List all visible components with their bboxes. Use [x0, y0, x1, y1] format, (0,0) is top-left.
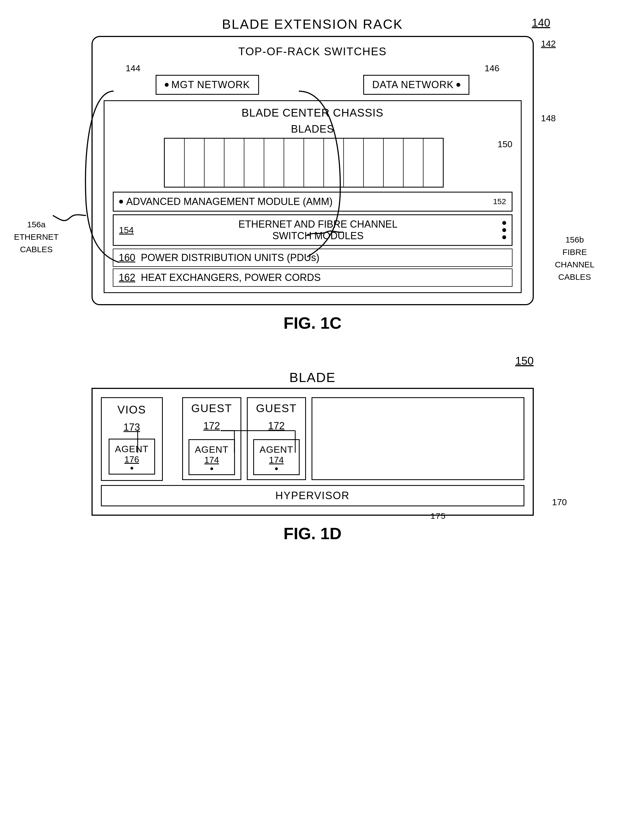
agent-174-ref-1: 174: [195, 455, 229, 465]
switch-dot-1: [502, 221, 506, 225]
pdu-row: 160 POWER DISTRIBUTION UNITS (PDUs): [113, 249, 513, 267]
blade-extension-rack: TOP-OF-RACK SWITCHES 144 146 MGT NETWORK…: [92, 36, 534, 305]
fig1c-label: FIG. 1C: [92, 313, 534, 333]
vios-label: VIOS: [118, 404, 146, 416]
ref-142: 142: [541, 39, 556, 49]
fig1d-wrapper: 150 BLADE VIOS 173 AGENT 176: [92, 355, 534, 543]
agent-174-box-1: AGENT 174: [188, 439, 235, 475]
tor-switches-row: MGT NETWORK DATA NETWORK: [104, 75, 522, 95]
agent-176-dot: [131, 467, 133, 470]
data-network-label: DATA NETWORK: [372, 79, 454, 91]
fig1c-main-title: BLADE EXTENSION RACK: [92, 17, 534, 32]
agent-174-ref-2: 174: [260, 455, 293, 465]
ref-152: 152: [493, 197, 506, 206]
switch-dot-2: [502, 228, 506, 232]
mgt-dot: [165, 83, 169, 87]
vios-box: VIOS 173 AGENT 176: [101, 397, 163, 481]
ref-150-blade: 150: [498, 139, 512, 149]
tor-ref-row: 144 146: [104, 63, 522, 73]
ref-146: 146: [485, 63, 499, 73]
ref-170: 170: [552, 497, 567, 507]
ref-144: 144: [126, 63, 140, 73]
blade-col-6: [264, 139, 284, 187]
agent-174-dot-1: [210, 467, 213, 470]
fig1d-label: FIG. 1D: [92, 524, 534, 543]
blade-col-5: [244, 139, 264, 187]
guest-2-ref: 172: [268, 420, 285, 432]
ref-154: 154: [119, 225, 134, 236]
amm-label: ADVANCED MANAGEMENT MODULE (AMM): [126, 196, 333, 208]
hypervisor-label: HYPERVISOR: [275, 490, 350, 501]
data-network-box: DATA NETWORK: [363, 75, 470, 95]
blade-col-7: [284, 139, 304, 187]
blade-diagram-title: BLADE: [92, 370, 534, 385]
guest-2-box: GUEST 172 AGENT 174: [247, 397, 306, 480]
agent-174-box-2: AGENT 174: [253, 439, 300, 475]
blades-section: BLADES: [113, 123, 513, 188]
tor-section: TOP-OF-RACK SWITCHES 144 146 MGT NETWORK…: [104, 45, 522, 95]
switch-modules-dots: [502, 221, 506, 239]
amm-dot: [119, 200, 123, 204]
blades-label: BLADES: [113, 123, 513, 135]
blade-outer-box: VIOS 173 AGENT 176 GUEST: [92, 388, 534, 516]
fig1c-wrapper: BLADE EXTENSION RACK 140 TOP-OF-RACK SWI…: [92, 17, 534, 333]
agent-174-dot-2: [275, 467, 278, 470]
ref-175: 175: [431, 511, 446, 521]
mgt-network-label: MGT NETWORK: [171, 79, 250, 91]
ref-150-top: 150: [515, 355, 534, 367]
blade-col-13: [404, 139, 423, 187]
blade-components-row: VIOS 173 AGENT 176 GUEST: [101, 397, 524, 484]
blades-grid: [164, 138, 444, 188]
blade-col-8: [304, 139, 324, 187]
blade-col-14: [423, 139, 443, 187]
ref-148: 148: [541, 113, 556, 124]
agent-176-box: AGENT 176: [109, 439, 155, 474]
ethernet-cables-label: 156a ETHERNET CABLES: [14, 218, 59, 256]
guest-2-label: GUEST: [256, 402, 297, 415]
blade-center-chassis: BLADE CENTER CHASSIS BLADES: [104, 100, 522, 293]
switch-modules-text: ETHERNET AND FIBRE CHANNEL SWITCH MODULE…: [134, 219, 502, 242]
ref-140: 140: [532, 17, 550, 29]
heat-label: HEAT EXCHANGERS, POWER CORDS: [141, 272, 321, 284]
guest-1-label: GUEST: [191, 402, 232, 415]
pdu-label: POWER DISTRIBUTION UNITS (PDUs): [141, 252, 320, 263]
blade-col-10: [344, 139, 364, 187]
ref-162: 162: [119, 272, 135, 284]
agent-176-label: AGENT: [115, 443, 149, 454]
agent-174-label-1: AGENT: [195, 444, 229, 455]
blade-col-9: [324, 139, 344, 187]
data-dot: [456, 83, 460, 87]
ref-160: 160: [119, 252, 135, 263]
main-container: BLADE EXTENSION RACK 140 TOP-OF-RACK SWI…: [22, 17, 603, 543]
fibre-cables-label: 156b FIBRE CHANNEL CABLES: [555, 233, 594, 283]
blade-col-12: [384, 139, 404, 187]
guest-1-box: GUEST 172 AGENT 174: [182, 397, 241, 480]
blade-col-4: [224, 139, 244, 187]
agent-176-ref: 176: [115, 454, 149, 465]
mgt-network-box: MGT NETWORK: [155, 75, 259, 95]
tor-label: TOP-OF-RACK SWITCHES: [104, 45, 522, 58]
hypervisor-bar: HYPERVISOR 175: [101, 485, 524, 506]
amm-row: ADVANCED MANAGEMENT MODULE (AMM) 152: [113, 192, 513, 212]
blade-col-2: [185, 139, 205, 187]
switch-modules-row: 154 ETHERNET AND FIBRE CHANNEL SWITCH MO…: [113, 214, 513, 246]
agent-174-label-2: AGENT: [260, 444, 293, 455]
chassis-title: BLADE CENTER CHASSIS: [113, 107, 513, 119]
guest-1-ref: 172: [204, 420, 220, 432]
empty-box: [311, 397, 524, 480]
blade-col-1: [165, 139, 185, 187]
heat-row: 162 HEAT EXCHANGERS, POWER CORDS: [113, 268, 513, 287]
blade-col-3: [205, 139, 224, 187]
vios-ref: 173: [124, 422, 140, 433]
blade-col-11: [364, 139, 384, 187]
switch-dot-3: [502, 236, 506, 239]
